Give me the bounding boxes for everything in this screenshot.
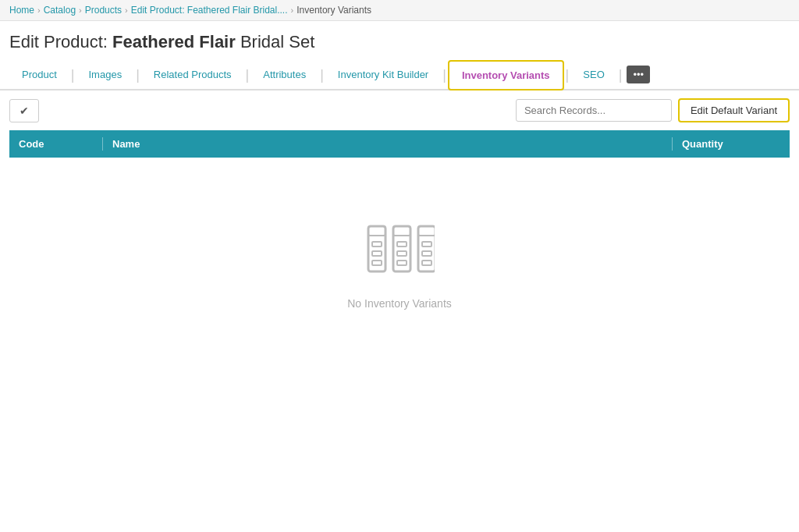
- empty-icon: [364, 220, 435, 285]
- breadcrumb-current: Inventory Variants: [297, 5, 371, 16]
- empty-state-text: No Inventory Variants: [347, 297, 452, 310]
- inventory-variants-table: Code Name Quantity: [9, 130, 790, 158]
- tab-sep-1: |: [69, 68, 76, 82]
- tab-sep-6: |: [564, 68, 571, 82]
- page-title: Edit Product: Feathered Flair Bridal Set: [0, 21, 799, 60]
- col-header-quantity: Quantity: [673, 130, 790, 158]
- tab-sep-5: |: [441, 68, 448, 82]
- tab-sep-7: |: [617, 68, 624, 82]
- check-button[interactable]: ✔: [9, 99, 39, 122]
- tab-attributes[interactable]: Attributes: [250, 61, 318, 88]
- svg-rect-9: [397, 261, 407, 265]
- search-input[interactable]: [516, 99, 672, 122]
- svg-rect-2: [372, 242, 382, 246]
- tab-images[interactable]: Images: [76, 61, 135, 88]
- tab-seo[interactable]: SEO: [570, 61, 616, 88]
- tab-inventory-kit-builder[interactable]: Inventory Kit Builder: [325, 61, 441, 88]
- svg-rect-7: [397, 242, 407, 246]
- tab-sep-4: |: [318, 68, 325, 82]
- breadcrumb: Home › Catalog › Products › Edit Product…: [0, 0, 799, 21]
- toolbar: ✔ Edit Default Variant: [0, 90, 799, 130]
- tab-sep-2: |: [134, 68, 141, 82]
- breadcrumb-sep-1: ›: [37, 5, 41, 15]
- empty-state: No Inventory Variants: [9, 158, 790, 372]
- svg-rect-12: [422, 242, 431, 246]
- svg-rect-8: [397, 251, 407, 256]
- svg-rect-6: [393, 226, 410, 236]
- breadcrumb-catalog[interactable]: Catalog: [44, 5, 76, 16]
- tab-inventory-variants[interactable]: Inventory Variants: [448, 60, 564, 90]
- col-header-name: Name: [103, 130, 673, 158]
- svg-rect-3: [372, 251, 382, 256]
- table-header: Code Name Quantity: [9, 130, 790, 158]
- table-container: Code Name Quantity: [0, 130, 799, 372]
- toolbar-right: Edit Default Variant: [516, 98, 790, 122]
- tab-related-products[interactable]: Related Products: [141, 61, 244, 88]
- svg-rect-4: [372, 261, 382, 265]
- svg-rect-11: [418, 226, 435, 236]
- svg-rect-14: [422, 261, 431, 265]
- tab-sep-3: |: [244, 68, 251, 82]
- breadcrumb-sep-2: ›: [79, 5, 82, 15]
- edit-default-variant-button[interactable]: Edit Default Variant: [678, 98, 790, 122]
- breadcrumb-sep-3: ›: [125, 5, 128, 15]
- breadcrumb-edit-product[interactable]: Edit Product: Feathered Flair Bridal....: [131, 5, 288, 16]
- tab-more-button[interactable]: •••: [627, 66, 650, 83]
- breadcrumb-products[interactable]: Products: [85, 5, 122, 16]
- toolbar-left: ✔: [9, 99, 39, 122]
- svg-rect-13: [422, 251, 431, 256]
- breadcrumb-home[interactable]: Home: [9, 5, 34, 16]
- tabs-bar: Product | Images | Related Products | At…: [0, 60, 799, 90]
- svg-rect-1: [368, 226, 385, 236]
- col-header-code: Code: [9, 130, 103, 158]
- tab-product[interactable]: Product: [9, 61, 69, 88]
- breadcrumb-sep-4: ›: [291, 5, 294, 15]
